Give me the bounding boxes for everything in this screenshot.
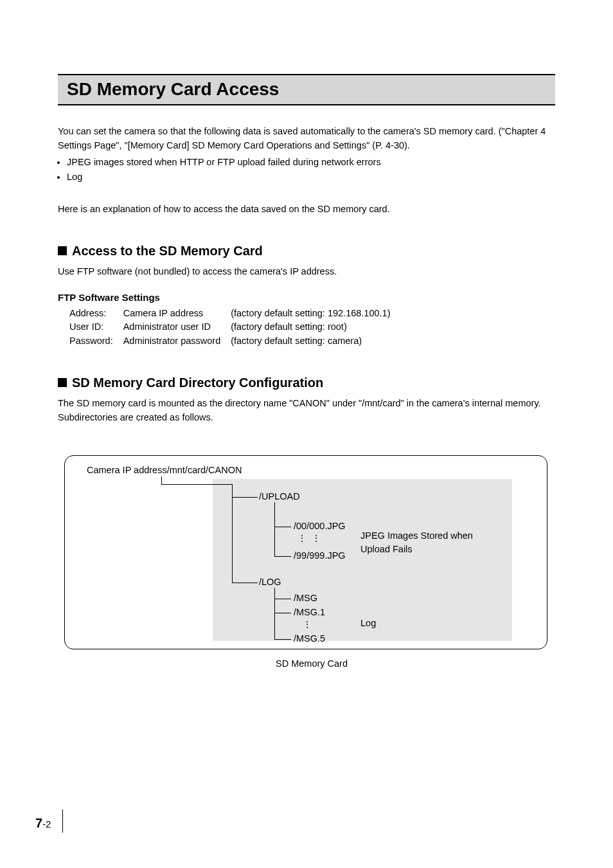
ftp-label: User ID: [69,320,123,334]
square-bullet-icon [58,246,67,255]
tree-line [274,588,275,639]
ftp-note: (factory default setting: 192.168.100.1) [231,307,400,321]
vertical-ellipsis-icon: ⋮ [303,619,312,629]
table-row: User ID: Administrator user ID (factory … [69,320,400,334]
vertical-ellipsis-icon: ⋮ [298,533,306,543]
page-title-bar: SD Memory Card Access [58,74,555,105]
intro-block: You can set the camera so that the follo… [58,125,555,217]
table-row: Address: Camera IP address (factory defa… [69,307,400,321]
section-heading-text: Access to the SD Memory Card [72,244,263,258]
tree-line [274,527,291,527]
vertical-ellipsis-icon: ⋮ [312,533,321,543]
ftp-note: (factory default setting: root) [231,320,400,334]
ftp-label: Address: [69,307,123,321]
access-paragraph: Use FTP software (not bundled) to access… [58,265,555,279]
diagram-log-desc: Log [360,618,376,628]
page-number-rule [62,809,63,833]
tree-line [274,502,275,556]
ftp-settings-table: Address: Camera IP address (factory defa… [69,307,400,348]
ftp-settings-subheading: FTP Software Settings [58,292,555,303]
ftp-label: Password: [69,334,123,348]
tree-line [232,497,258,498]
tree-line [232,583,258,583]
tree-line [232,484,233,583]
diagram-log-second: /MSG.1 [294,607,325,617]
page-number-page: -2 [42,818,51,829]
page-number-chapter: 7 [35,816,42,830]
tree-line [161,476,162,484]
directory-diagram: Camera IP address/mnt/card/CANON /UPLOAD… [64,455,547,649]
section-heading-access: Access to the SD Memory Card [58,244,555,258]
intro-followup: Here is an explanation of how to access … [58,203,555,217]
page-number: 7-2 [35,816,51,831]
tree-line [274,556,291,557]
ftp-value: Camera IP address [123,307,231,321]
ftp-value: Administrator password [123,334,231,348]
directory-diagram-wrap: Camera IP address/mnt/card/CANON /UPLOAD… [58,455,555,669]
diagram-upload-dir: /UPLOAD [259,491,300,502]
table-row: Password: Administrator password (factor… [69,334,400,348]
directory-paragraph: The SD memory card is mounted as the dir… [58,397,555,425]
tree-line [274,599,291,599]
ftp-value: Administrator user ID [123,320,231,334]
tree-line [274,639,291,640]
page-title: SD Memory Card Access [67,79,546,100]
diagram-root-path: Camera IP address/mnt/card/CANON [87,465,242,475]
document-page: SD Memory Card Access You can set the ca… [0,0,613,868]
diagram-upload-desc: JPEG Images Stored when Upload Fails [360,529,489,556]
intro-paragraph: You can set the camera so that the follo… [58,125,555,153]
intro-bullet: Log [67,170,555,185]
ftp-note: (factory default setting: camera) [231,334,400,348]
tree-line [161,484,232,485]
section-heading-text: SD Memory Card Directory Configuration [72,375,323,390]
intro-bullet: JPEG images stored when HTTP or FTP uplo… [67,156,555,170]
diagram-caption: SD Memory Card [64,658,559,669]
diagram-log-dir: /LOG [259,577,281,587]
diagram-upload-first: /00/000.JPG [294,521,346,531]
intro-bullet-list: JPEG images stored when HTTP or FTP uplo… [58,156,555,185]
diagram-log-last: /MSG.5 [294,633,325,644]
diagram-gray-box [213,479,512,641]
tree-line [274,613,291,613]
square-bullet-icon [58,378,67,387]
diagram-log-first: /MSG [294,593,317,603]
section-heading-directory: SD Memory Card Directory Configuration [58,375,555,390]
diagram-upload-last: /99/999.JPG [294,550,346,561]
